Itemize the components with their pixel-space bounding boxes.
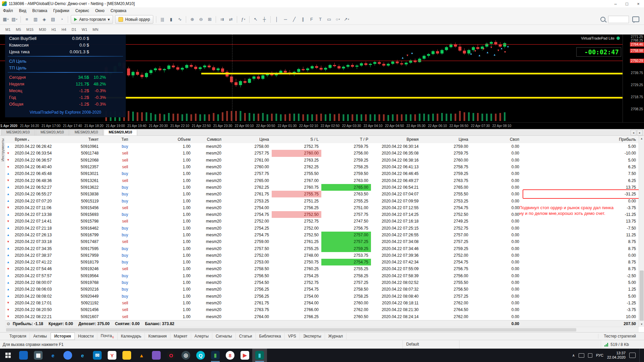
trendline-icon[interactable]: ╱	[290, 15, 298, 23]
toolbox-tab-история[interactable]: История	[51, 333, 75, 340]
history-table-row[interactable]: ▲2020.04.22 07:41:2250918179buy1.00mesm2…	[5, 259, 639, 265]
strategy-tester-icon[interactable]: ◔	[58, 15, 66, 23]
internet-explorer-app-button[interactable]: e	[75, 349, 90, 362]
menu-item[interactable]: Вид	[16, 8, 30, 14]
history-table-row[interactable]: ▼2020.04.22 06:36:5750912068sell1.00mesm…	[5, 157, 639, 164]
toolbox-tab-почта[interactable]: Почта6	[97, 333, 117, 340]
vertical-scrollbar-thumb[interactable]	[640, 270, 644, 321]
timeframe-mn[interactable]: MN	[90, 26, 101, 33]
timeframe-h4[interactable]: H4	[59, 26, 69, 33]
history-table-row[interactable]: ▲2020.04.22 07:21:1850916462buy1.00mesm2…	[5, 225, 639, 232]
vtp-footer-link[interactable]: VirtualTradePad by Expforex 2008-2020	[5, 110, 126, 115]
status-profile[interactable]: Default	[402, 340, 460, 349]
collapse-summary-icon[interactable]: ⊖	[7, 321, 10, 326]
metatrader-active-app-button[interactable]: ▮	[252, 349, 267, 362]
toolbox-tab-vps[interactable]: VPS	[285, 333, 300, 340]
line-chart-icon[interactable]: ∿	[176, 15, 184, 23]
history-table-row[interactable]: ▲2020.04.22 08:00:0750919768buy1.00mesm2…	[5, 279, 639, 286]
menu-item[interactable]: Вставка	[29, 8, 50, 14]
history-table-row[interactable]: ▼2020.04.22 08:17:0150921192sell1.00mesm…	[5, 300, 639, 306]
fibonacci-icon[interactable]: F	[308, 15, 316, 23]
column-header[interactable]: Объем	[131, 137, 193, 142]
minimize-button[interactable]: –	[610, 0, 621, 7]
action-center-icon[interactable]	[629, 353, 636, 358]
close-button[interactable]: ×	[633, 0, 644, 7]
metatrader-app-button[interactable]: ▮	[208, 349, 223, 362]
chart-area[interactable]: ▴▾▴▾▴▾▴▾▴▾▴▴▾▴ 2771.252768.252764.462758…	[0, 35, 644, 129]
toolbox-strip-label[interactable]: Инструменты	[1, 138, 5, 162]
vlc-app-button[interactable]: ▲	[134, 349, 149, 362]
vertical-scrollbar[interactable]: ▲ ▼	[639, 136, 644, 327]
photos-app-button[interactable]	[16, 349, 31, 362]
data-window-icon[interactable]: ▥	[32, 15, 40, 23]
chart-tab[interactable]: MESM20,M10	[104, 129, 137, 135]
history-table-row[interactable]: ▲2020.04.22 06:45:4850913021buy1.00mesm2…	[5, 170, 639, 177]
column-header[interactable]: Своп	[471, 137, 522, 142]
scroll-down-icon[interactable]: ▼	[639, 321, 644, 327]
history-table-row[interactable]: ▲2020.04.22 06:26:4250910961buy1.00mesm2…	[5, 143, 639, 150]
history-table-header[interactable]: Время▴ТикетТипОбъемСимволЦенаS / LT / PВ…	[5, 136, 639, 143]
chat-icon[interactable]	[632, 16, 639, 22]
column-header[interactable]: Время	[371, 137, 421, 142]
edge-app-button[interactable]: e	[46, 349, 60, 362]
monitor-tray-icon[interactable]	[579, 353, 584, 358]
timeframe-m5[interactable]: M5	[13, 26, 23, 33]
text-icon[interactable]: T	[316, 15, 324, 23]
column-header[interactable]: Тип	[101, 137, 131, 142]
chart-tab[interactable]: MESM20,M10	[69, 129, 103, 135]
history-table-row[interactable]: ▼2020.04.22 08:22:2150921607sell1.00mesm…	[5, 313, 639, 320]
scroll-up-icon[interactable]: ▲	[639, 136, 644, 141]
media-player-app-button[interactable]: ▶	[237, 349, 252, 362]
history-table-row[interactable]: ▼2020.04.22 06:33:5450911748sell1.00mesm…	[5, 150, 639, 157]
new-order-button[interactable]: Новый ордер	[115, 15, 153, 24]
toolbox-tab-эксперты[interactable]: Эксперты	[300, 333, 325, 340]
chart-shift-icon[interactable]: ⇄	[227, 15, 235, 23]
column-header[interactable]: Прибыль	[522, 137, 639, 142]
messenger-app-button[interactable]	[149, 349, 164, 362]
zoom-in-icon[interactable]: ⊕	[188, 15, 196, 23]
chart-tabs-scroll-left-icon[interactable]: ◂	[631, 130, 636, 135]
autotrade-button[interactable]: Авто-торговля▾	[71, 15, 113, 24]
toolbox-tab-статьи[interactable]: Статьи	[236, 333, 256, 340]
qiwi-app-button[interactable]: Q	[193, 349, 208, 362]
timeframe-d1[interactable]: D1	[69, 26, 79, 33]
volume-tray-icon[interactable]	[588, 353, 592, 358]
taskbar-clock[interactable]: 13:37 22.04.2020	[607, 351, 626, 360]
search-icon[interactable]	[600, 17, 605, 22]
history-table-row[interactable]: ▲2020.04.22 08:06:0350920216buy1.00mesm2…	[5, 286, 639, 293]
tile-windows-icon[interactable]: ⊞	[206, 15, 214, 23]
navigator-icon[interactable]: ◈	[40, 15, 48, 23]
menu-item[interactable]: Справка	[108, 8, 129, 14]
history-table-row[interactable]: ▲2020.04.22 07:34:3550917595buy1.00mesm2…	[5, 245, 639, 252]
label-icon[interactable]: ▭	[325, 15, 333, 23]
new-chart-icon[interactable]: ▦▾	[2, 15, 10, 23]
history-table-row[interactable]: ▲2020.04.22 06:55:2750913838buy1.00mesm2…	[5, 191, 639, 197]
cursor-icon[interactable]: ↖	[252, 15, 260, 23]
opera-app-button[interactable]: O	[164, 349, 178, 362]
vertical-line-icon[interactable]: │	[273, 15, 281, 23]
timeframe-h1[interactable]: H1	[49, 26, 59, 33]
zoom-out-icon[interactable]: ⊖	[197, 15, 205, 23]
menu-item[interactable]: Сервис	[72, 8, 92, 14]
timeframe-m1[interactable]: M1	[3, 26, 13, 33]
history-table-row[interactable]: ▼2020.04.22 07:33:1850917487sell1.00mesm…	[5, 238, 639, 245]
tray-chevron-icon[interactable]: ∧	[572, 353, 575, 358]
show-desktop-button[interactable]	[639, 349, 641, 362]
market-watch-icon[interactable]: ≡	[23, 15, 31, 23]
column-header[interactable]: Время▴	[13, 137, 64, 142]
column-header[interactable]: Цена	[224, 137, 272, 142]
profiles-icon[interactable]: ▧▾	[10, 15, 18, 23]
task-view-button[interactable]: ▦	[31, 349, 46, 362]
menu-item[interactable]: Окно	[92, 8, 108, 14]
menu-item[interactable]: Графики	[50, 8, 72, 14]
toolbox-tab-компания[interactable]: Компания	[145, 333, 170, 340]
search-input[interactable]	[608, 16, 629, 23]
chrome-app-button[interactable]	[60, 349, 75, 362]
indicators-icon[interactable]: ƒ▾	[239, 15, 247, 23]
mail-app-button[interactable]: ✉	[90, 349, 105, 362]
toolbox-tab-активы[interactable]: Активы	[30, 333, 51, 340]
shapes-icon[interactable]: ○▾	[334, 15, 342, 23]
menu-item[interactable]: Файл	[0, 8, 16, 14]
toolbox-tab-календарь[interactable]: Календарь	[118, 333, 145, 340]
maximize-button[interactable]: □	[621, 0, 633, 7]
